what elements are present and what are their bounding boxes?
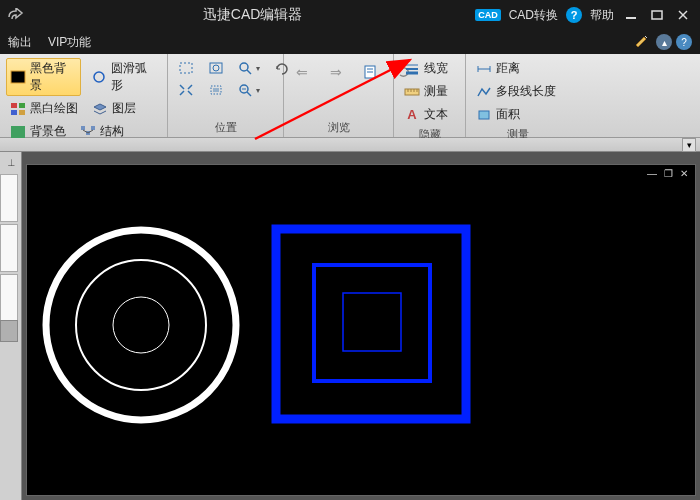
pos-tool-7[interactable]: ▾ xyxy=(234,80,264,100)
linewidth-button[interactable]: 线宽 xyxy=(400,58,459,79)
titlebar: 迅捷CAD编辑器 CAD CAD转换 ? 帮助 xyxy=(0,0,700,30)
bw-draw-icon xyxy=(10,101,26,117)
svg-rect-4 xyxy=(11,71,25,83)
expand-icon xyxy=(178,82,194,98)
document-icon xyxy=(362,64,378,80)
cad-convert-link[interactable]: CAD转换 xyxy=(509,7,558,24)
side-palette-item[interactable] xyxy=(0,320,18,342)
black-bg-icon xyxy=(10,69,26,85)
svg-rect-40 xyxy=(479,111,489,119)
side-palette-item[interactable] xyxy=(0,174,18,222)
help-link[interactable]: 帮助 xyxy=(590,7,614,24)
select-window-icon xyxy=(178,60,194,76)
fit-selection-icon xyxy=(208,82,224,98)
smooth-arc-icon xyxy=(91,69,107,85)
svg-rect-46 xyxy=(343,293,401,351)
svg-line-25 xyxy=(247,92,251,96)
ribbon: 黑色背景 圆滑弧形 黑白绘图 图层 xyxy=(0,54,700,138)
zoom-icon xyxy=(238,60,254,76)
ribbon-collapse-strip: ▾ xyxy=(0,138,700,152)
polyline-icon xyxy=(476,84,492,100)
pos-tool-5[interactable] xyxy=(174,80,198,100)
nav-back-button[interactable]: ⇐ xyxy=(290,62,314,82)
pos-tool-2[interactable] xyxy=(204,58,228,78)
side-palette-item[interactable] xyxy=(0,224,18,272)
svg-rect-8 xyxy=(11,110,17,115)
ribbon-group-measure: 距离 多段线长度 面积 测量 xyxy=(466,54,570,137)
nav-up-icon[interactable]: ▴ xyxy=(656,34,672,50)
app-title: 迅捷CAD编辑器 xyxy=(30,6,475,24)
pin-icon[interactable]: ⟂ xyxy=(0,152,22,172)
workspace: ⟂ — ❐ ✕ xyxy=(0,152,700,500)
menu-vip[interactable]: VIP功能 xyxy=(48,34,91,51)
svg-line-20 xyxy=(247,70,251,74)
ribbon-group-browse: ⇐ ⇒ 浏览 xyxy=(284,54,394,137)
canvas-restore-icon[interactable]: ❐ xyxy=(661,167,675,179)
side-palette-item[interactable] xyxy=(0,274,18,322)
browse-tool-1[interactable] xyxy=(358,62,382,82)
ruler-icon xyxy=(404,84,420,100)
svg-point-43 xyxy=(113,297,169,353)
distance-icon xyxy=(476,61,492,77)
drawing-canvas[interactable]: — ❐ ✕ xyxy=(26,164,696,496)
arrow-right-icon: ⇒ xyxy=(328,64,344,80)
svg-point-41 xyxy=(46,230,236,420)
chevron-down-icon: ▾ xyxy=(256,64,260,73)
pos-tool-3[interactable]: ▾ xyxy=(234,58,264,78)
canvas-close-icon[interactable]: ✕ xyxy=(677,167,691,179)
maximize-button[interactable] xyxy=(648,6,666,24)
layer-icon xyxy=(92,101,108,117)
zoom-fit-icon xyxy=(208,60,224,76)
ribbon-collapse-button[interactable]: ▾ xyxy=(682,138,696,152)
measure-button[interactable]: 测量 xyxy=(400,81,459,102)
edit-pen-icon[interactable] xyxy=(634,33,652,52)
svg-rect-45 xyxy=(314,265,430,381)
help-icon[interactable]: ? xyxy=(566,7,582,23)
black-bg-button[interactable]: 黑色背景 xyxy=(6,58,81,96)
ribbon-group-hide: 线宽 测量 A 文本 隐藏 xyxy=(394,54,466,137)
arrow-left-icon: ⇐ xyxy=(294,64,310,80)
side-panel: ⟂ xyxy=(0,152,22,500)
distance-button[interactable]: 距离 xyxy=(472,58,564,79)
info-icon[interactable]: ? xyxy=(676,34,692,50)
linewidth-icon xyxy=(404,61,420,77)
minimize-button[interactable] xyxy=(622,6,640,24)
ribbon-group-label: 位置 xyxy=(174,118,277,137)
bw-draw-button[interactable]: 黑白绘图 xyxy=(6,98,82,119)
nav-forward-button[interactable]: ⇒ xyxy=(324,62,348,82)
svg-rect-6 xyxy=(11,103,17,108)
svg-rect-9 xyxy=(19,110,25,115)
svg-point-5 xyxy=(94,72,104,82)
text-icon: A xyxy=(404,107,420,123)
polyline-length-button[interactable]: 多段线长度 xyxy=(472,81,564,102)
svg-rect-16 xyxy=(180,63,192,73)
ribbon-group-cad-settings: 黑色背景 圆滑弧形 黑白绘图 图层 xyxy=(0,54,168,137)
pos-tool-1[interactable] xyxy=(174,58,198,78)
svg-rect-13 xyxy=(91,126,95,130)
menubar: 输出 VIP功能 ▴ ? xyxy=(0,30,700,54)
svg-point-19 xyxy=(240,63,248,71)
cad-badge-icon: CAD xyxy=(475,9,501,21)
svg-rect-7 xyxy=(19,103,25,108)
smooth-arc-button[interactable]: 圆滑弧形 xyxy=(87,58,162,96)
ribbon-group-label: 浏览 xyxy=(290,118,387,137)
close-button[interactable] xyxy=(674,6,692,24)
canvas-minimize-icon[interactable]: — xyxy=(645,167,659,179)
cad-drawing xyxy=(27,165,695,495)
svg-point-42 xyxy=(76,260,206,390)
layer-button[interactable]: 图层 xyxy=(88,98,140,119)
svg-rect-10 xyxy=(11,126,25,138)
area-button[interactable]: 面积 xyxy=(472,104,564,125)
redo-icon[interactable] xyxy=(0,8,30,22)
text-button[interactable]: A 文本 xyxy=(400,104,459,125)
svg-rect-1 xyxy=(652,11,662,19)
chevron-down-icon: ▾ xyxy=(256,86,260,95)
menu-output[interactable]: 输出 xyxy=(8,34,32,51)
svg-point-18 xyxy=(213,65,219,71)
zoom-out-icon xyxy=(238,82,254,98)
svg-rect-22 xyxy=(213,88,219,92)
area-icon xyxy=(476,107,492,123)
svg-rect-11 xyxy=(81,126,85,130)
pos-tool-6[interactable] xyxy=(204,80,228,100)
svg-rect-44 xyxy=(276,229,466,419)
